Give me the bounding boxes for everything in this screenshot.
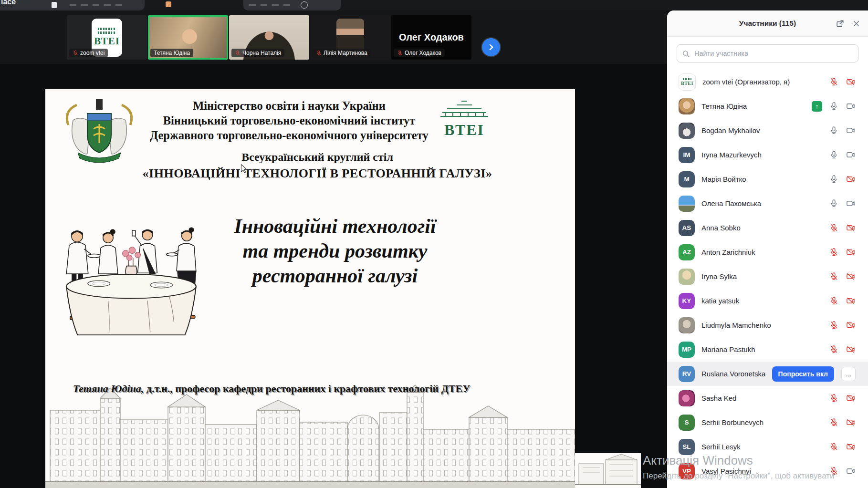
- participant-row[interactable]: M Марія Войтко: [667, 167, 868, 191]
- search-participant-input[interactable]: [693, 49, 853, 58]
- camera-off-icon[interactable]: [846, 394, 856, 403]
- avatar: S: [679, 415, 695, 431]
- title-line-1: Інноваційні технології: [232, 214, 438, 239]
- participant-name: Sasha Ked: [701, 394, 823, 402]
- search-box[interactable]: [677, 44, 858, 62]
- tab-title-fragment: lace: [1, 0, 16, 6]
- close-icon[interactable]: [852, 20, 860, 28]
- video-tile-name-label: Тетяна Юдіна: [150, 49, 193, 57]
- camera-off-icon[interactable]: [846, 345, 856, 354]
- mic-muted-icon[interactable]: [829, 77, 838, 86]
- mic-muted-icon[interactable]: [829, 418, 838, 427]
- participant-controls: [829, 272, 856, 281]
- camera-off-icon[interactable]: [846, 223, 856, 232]
- mic-muted-icon: [397, 50, 403, 56]
- vtei-logo-text: ВТЕІ: [436, 121, 493, 139]
- participant-controls: [829, 77, 856, 86]
- participant-name: zoom vtei (Организатор, я): [702, 78, 823, 86]
- camera-off-icon[interactable]: [846, 442, 856, 451]
- screen-share-badge: ↑: [812, 101, 822, 112]
- participant-row[interactable]: S Serhii Borbunevych: [667, 410, 868, 435]
- camera-icon[interactable]: [846, 150, 856, 159]
- participant-row[interactable]: Bogdan Mykhailov: [667, 118, 868, 143]
- participant-controls: [829, 150, 856, 159]
- video-tile[interactable]: ВТЕІ zoom vtei: [67, 15, 147, 60]
- mic-muted-icon[interactable]: [829, 296, 838, 305]
- participant-controls: [829, 321, 856, 330]
- mic-icon[interactable]: [829, 102, 838, 111]
- mic-icon[interactable]: [829, 126, 838, 135]
- mic-muted-icon[interactable]: [829, 272, 838, 281]
- participants-title: Участники (115): [739, 19, 796, 28]
- camera-icon[interactable]: [846, 467, 856, 476]
- participant-row[interactable]: Олена Пахомська: [667, 191, 868, 216]
- mic-icon[interactable]: [829, 150, 838, 159]
- browser-tab-active[interactable]: lace: [0, 0, 145, 10]
- more-options-button[interactable]: …: [841, 367, 856, 381]
- video-tile[interactable]: Лілія Мартинова: [310, 15, 390, 60]
- participant-row[interactable]: MP Mariana Pastukh: [667, 337, 868, 362]
- avatar: [679, 390, 695, 406]
- zoom-meeting-window: lace ВТЕІ zoom vtei Тетяна Юдіна Чорна Н…: [0, 0, 868, 488]
- participant-row[interactable]: IM Iryna Mazurkevych: [667, 143, 868, 167]
- participant-row[interactable]: Тетяна Юдіна ↑: [667, 94, 868, 118]
- mic-muted-icon[interactable]: [829, 345, 838, 354]
- tab-title-dim-text: [70, 4, 122, 6]
- participant-row[interactable]: Iryna Sylka: [667, 264, 868, 289]
- avatar: [679, 98, 695, 114]
- avatar: ВТЕІ: [679, 73, 696, 91]
- camera-off-icon[interactable]: [846, 272, 856, 281]
- waiters-illustration: [52, 184, 210, 337]
- camera-off-icon[interactable]: [846, 77, 856, 86]
- video-tile-name-label: Олег Ходаков: [394, 49, 445, 57]
- camera-off-icon[interactable]: [846, 418, 856, 427]
- participant-row[interactable]: AS Anna Sobko: [667, 216, 868, 240]
- mic-muted-icon[interactable]: [829, 321, 838, 330]
- participant-controls: [829, 175, 856, 184]
- camera-icon[interactable]: [846, 126, 856, 135]
- camera-off-icon[interactable]: [846, 175, 856, 184]
- participant-row[interactable]: Liudmyla Mamchenko: [667, 313, 868, 337]
- ask-unmute-button[interactable]: Попросить вкл: [772, 366, 834, 382]
- mic-muted-icon[interactable]: [829, 223, 838, 232]
- participant-row[interactable]: VP Vasyl Pasichnyi: [667, 459, 868, 483]
- mic-muted-icon[interactable]: [829, 467, 838, 476]
- mic-muted-icon: [316, 50, 322, 56]
- camera-off-icon[interactable]: [846, 248, 856, 257]
- pop-out-icon[interactable]: [836, 19, 845, 28]
- event-topic-line: «ІННОВАЦІЙНІ ТЕХНОЛОГІЇ В РЕСТОРАННІЙ ГА…: [45, 166, 575, 181]
- video-tile[interactable]: Олег Ходаков Олег Ходаков: [391, 15, 471, 60]
- participant-row[interactable]: AZ Anton Zarichniuk: [667, 240, 868, 264]
- camera-icon[interactable]: [846, 199, 856, 208]
- title-line-3: ресторанної галузі: [232, 263, 438, 288]
- participants-panel: Участники (115) ВТЕІ zoom vtei (Организа…: [667, 10, 868, 488]
- participant-row[interactable]: Sasha Ked: [667, 386, 868, 410]
- video-tile-name: Тетяна Юдіна: [154, 50, 190, 56]
- participant-row[interactable]: KY katia yatsuk: [667, 289, 868, 313]
- next-videos-button[interactable]: [482, 38, 500, 56]
- tab-title-dim-text: [249, 4, 294, 6]
- participant-row[interactable]: SL Serhii Lesyk: [667, 435, 868, 459]
- participant-name: Mariana Pastukh: [701, 345, 823, 353]
- participant-name: katia yatsuk: [701, 297, 823, 305]
- mic-icon[interactable]: [829, 199, 838, 208]
- video-tile[interactable]: Тетяна Юдіна: [148, 15, 228, 60]
- camera-icon[interactable]: [846, 102, 856, 111]
- browser-tab-secondary[interactable]: [243, 0, 341, 10]
- camera-off-icon[interactable]: [846, 321, 856, 330]
- participant-controls: [829, 223, 856, 232]
- account-icon: [301, 1, 308, 9]
- mic-muted-icon[interactable]: [829, 394, 838, 403]
- participant-controls: Попросить вкл…: [772, 366, 856, 382]
- mic-muted-icon[interactable]: [829, 442, 838, 451]
- participant-controls: [829, 394, 856, 403]
- mic-muted-icon[interactable]: [829, 248, 838, 257]
- camera-off-icon[interactable]: [846, 296, 856, 305]
- video-tile[interactable]: Чорна Наталія: [229, 15, 309, 60]
- mic-icon[interactable]: [829, 175, 838, 184]
- participant-row[interactable]: ВТЕІ zoom vtei (Организатор, я): [667, 70, 868, 94]
- avatar: KY: [679, 293, 695, 309]
- extension-icon[interactable]: [166, 1, 171, 7]
- participant-name: Anton Zarichniuk: [701, 248, 823, 256]
- participant-row[interactable]: RV Ruslana Voronetska Попросить вкл…: [667, 362, 868, 386]
